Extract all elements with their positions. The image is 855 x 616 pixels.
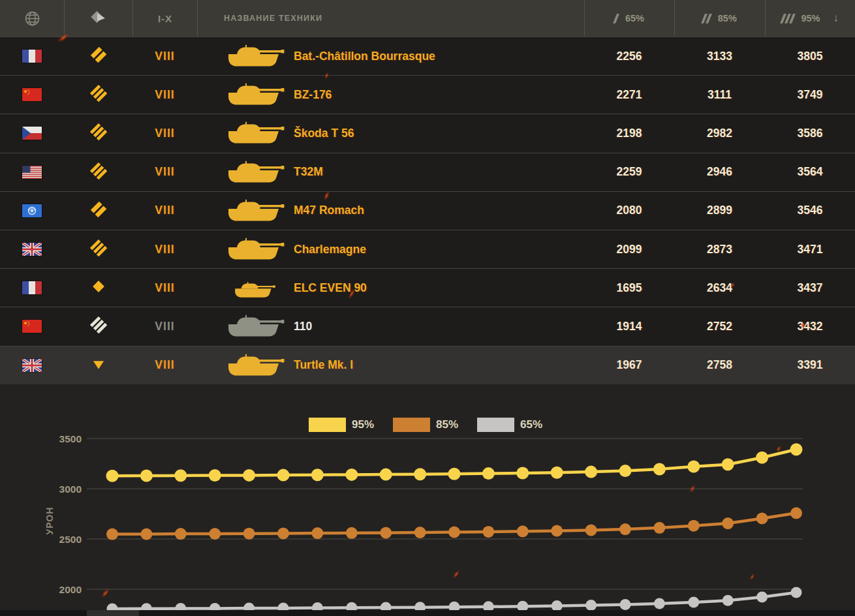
vehicle-class-icon (90, 316, 107, 336)
column-85-label: 85% (718, 13, 737, 23)
tank-silhouette-icon (222, 275, 285, 301)
tank-name-link[interactable]: T32M (294, 165, 323, 179)
tier-label: VIII (155, 88, 174, 102)
class-column-header[interactable] (64, 0, 132, 37)
vehicle-class-icon (90, 162, 107, 182)
column-header-95[interactable]: 95% ↓ (765, 0, 855, 37)
legend-item-65: 65% (477, 418, 542, 432)
tank-name-link[interactable]: ELC EVEN 90 (294, 281, 367, 295)
damage-value-85: 2873 (674, 230, 765, 268)
tier-column-label: I-X (158, 13, 172, 24)
column-95-label: 95% (801, 13, 820, 23)
tier-label: VIII (155, 358, 174, 372)
tier-column-header[interactable]: I-X (132, 0, 197, 37)
vehicle-class-icon (90, 356, 107, 375)
damage-value-65: 2256 (584, 37, 674, 75)
vehicle-class-icon (90, 278, 107, 298)
table-row[interactable]: VIII M47 Romach 2080 2899 3546 (0, 191, 855, 230)
nation-flag (22, 88, 42, 101)
legend-item-95: 95% (309, 418, 374, 432)
nation-flag (22, 166, 42, 179)
two-slash-icon (703, 14, 712, 23)
nation-flag (22, 281, 42, 294)
y-axis-label: УРОН (44, 506, 55, 535)
tank-name-link[interactable]: Škoda T 56 (294, 127, 354, 140)
tank-name-link[interactable]: M47 Romach (294, 204, 364, 217)
tank-name-link[interactable]: BZ-176 (294, 88, 332, 102)
tank-silhouette-icon (222, 236, 285, 262)
globe-icon (23, 10, 41, 27)
damage-value-95: 3546 (765, 192, 855, 230)
table-row[interactable]: VIII Turtle Mk. I 1967 2758 3391 (0, 346, 855, 384)
damage-value-65: 2198 (584, 114, 674, 152)
table-row[interactable]: VIII Bat.-Châtillon Bourrasque 2256 3133… (0, 37, 855, 75)
vehicle-class-icon (90, 201, 107, 221)
tank-name-link[interactable]: Bat.-Châtillon Bourrasque (294, 50, 435, 63)
damage-value-85: 3111 (674, 76, 765, 114)
sort-descending-icon[interactable]: ↓ (833, 12, 839, 25)
tier-label: VIII (155, 127, 174, 140)
tier-label: VIII (155, 50, 174, 63)
tank-silhouette-icon (222, 352, 285, 378)
legend-swatch-65 (477, 418, 514, 432)
svg-text:3000: 3000 (59, 484, 82, 495)
damage-chart-panel: 3500300025002000 95% 85% 65% УРОН (0, 385, 855, 616)
tank-silhouette-icon (222, 82, 285, 108)
tank-silhouette-icon (222, 43, 285, 69)
scrollbar-thumb[interactable] (87, 610, 139, 616)
legend-label-95: 95% (352, 418, 374, 431)
one-slash-icon (615, 14, 619, 23)
name-column-label: НАЗВАНИЕ ТЕХНИКИ (224, 14, 322, 23)
name-column-header[interactable]: НАЗВАНИЕ ТЕХНИКИ (197, 0, 584, 37)
table-row[interactable]: VIII T32M 2259 2946 3564 (0, 153, 855, 191)
damage-value-85: 2946 (674, 153, 765, 191)
damage-value-65: 1914 (584, 307, 674, 345)
damage-value-65: 2259 (584, 153, 674, 191)
table-header-row: I-X НАЗВАНИЕ ТЕХНИКИ 65% 85% 95% ↓ (0, 0, 855, 37)
table-row[interactable]: VIII BZ-176 2271 3111 3749 (0, 75, 855, 114)
nation-flag (22, 320, 42, 333)
chart-legend: 95% 85% 65% (309, 418, 561, 432)
table-row[interactable]: VIII Škoda T 56 2198 2982 3586 (0, 114, 855, 152)
tank-name-link[interactable]: 110 (294, 320, 312, 333)
column-65-label: 65% (625, 13, 644, 23)
legend-item-85: 85% (393, 418, 458, 432)
svg-text:2500: 2500 (59, 534, 82, 545)
tank-silhouette-icon (222, 198, 285, 224)
tank-silhouette-icon (222, 159, 285, 185)
damage-value-95: 3471 (765, 230, 855, 268)
damage-value-95: 3805 (765, 37, 855, 75)
damage-value-85: 2752 (674, 307, 765, 345)
legend-swatch-95 (309, 418, 346, 432)
column-header-65[interactable]: 65% (584, 0, 674, 37)
damage-value-95: 3391 (765, 346, 855, 384)
svg-text:2000: 2000 (59, 584, 82, 595)
damage-value-65: 1695 (584, 269, 674, 307)
column-header-85[interactable]: 85% (674, 0, 765, 37)
legend-swatch-85 (393, 418, 430, 432)
damage-value-65: 2271 (584, 76, 674, 114)
vehicle-class-icon (90, 239, 107, 259)
legend-label-85: 85% (436, 418, 458, 431)
tank-silhouette-icon (222, 120, 285, 146)
damage-value-95: 3437 (765, 269, 855, 307)
tank-name-link[interactable]: Turtle Mk. I (294, 358, 353, 372)
damage-value-65: 1967 (584, 346, 674, 384)
vehicle-class-icon (90, 85, 107, 104)
vehicle-class-icon (90, 123, 107, 143)
damage-value-85: 2899 (674, 192, 765, 230)
nation-flag (22, 50, 42, 63)
damage-value-65: 2080 (584, 192, 674, 230)
damage-value-85: 3133 (674, 37, 765, 75)
tier-label: VIII (155, 204, 174, 217)
damage-value-95: 3749 (765, 76, 855, 114)
table-row[interactable]: VIII Charlemagne 2099 2873 3471 (0, 230, 855, 268)
tier-label: VIII (155, 281, 174, 295)
tank-name-link[interactable]: Charlemagne (294, 243, 366, 256)
table-row[interactable]: VIII ELC EVEN 90 1695 2634 3437 (0, 268, 855, 307)
horizontal-scrollbar[interactable] (0, 610, 855, 616)
svg-text:3500: 3500 (59, 433, 82, 444)
nation-column-header[interactable] (0, 0, 64, 37)
table-row[interactable]: VIII 110 1914 2752 3432 (0, 307, 855, 345)
damage-value-95: 3432 (765, 307, 855, 345)
